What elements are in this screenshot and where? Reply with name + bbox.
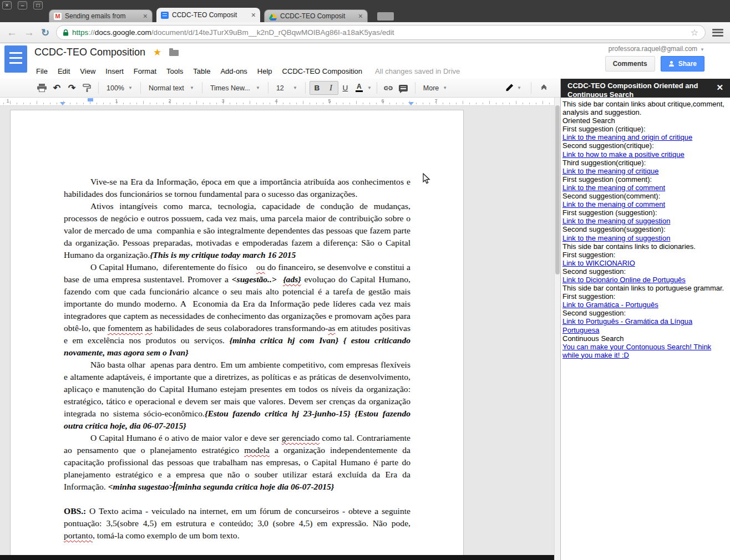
menu-insert[interactable]: Insert: [100, 65, 129, 77]
docs-icon: [161, 12, 169, 19]
document-text[interactable]: Vive-se na Era da Informação, época em q…: [11, 110, 463, 542]
chevron-down-icon: ▼: [128, 85, 133, 90]
chevron-down-icon[interactable]: ▼: [367, 85, 372, 90]
ruler-tick: [156, 103, 157, 104]
new-tab-button[interactable]: [377, 12, 394, 21]
zoom-select[interactable]: 100%▼: [103, 82, 136, 95]
text-run: fomentem: [108, 323, 143, 333]
sidebar-link[interactable]: Link to how to make a positive critique: [562, 150, 724, 159]
sidebar-text: First suggestion (suggestion):: [562, 208, 724, 217]
left-indent-marker[interactable]: [60, 102, 65, 105]
sidebar-link[interactable]: Link to the meaning and origin of critiq…: [562, 133, 724, 141]
browser-menu-icon[interactable]: [712, 29, 723, 37]
underline-button[interactable]: U: [338, 82, 352, 94]
sidebar-link[interactable]: Link to Gramática - Português: [562, 301, 724, 309]
share-button[interactable]: Share: [661, 56, 704, 72]
minimize-window-icon[interactable]: –: [18, 1, 27, 9]
chevron-down-icon: ▼: [443, 85, 447, 90]
menu-table[interactable]: Table: [188, 65, 215, 77]
paragraph: O Capital Humano, diferentemente do físi…: [64, 261, 410, 359]
tab-label: CCDC-TEO Composit: [280, 12, 356, 20]
sidebar-link[interactable]: You can make your Contonuous Search! Thi…: [562, 343, 724, 359]
browser-tab[interactable]: Sending emails from×: [49, 9, 153, 22]
tab-close-icon[interactable]: ×: [143, 12, 148, 20]
menu-edit[interactable]: Edit: [53, 65, 75, 77]
folder-icon[interactable]: [169, 50, 179, 56]
insert-comment-button[interactable]: [397, 82, 410, 95]
tab-close-icon[interactable]: ×: [251, 11, 256, 19]
back-icon[interactable]: ←: [7, 27, 17, 39]
comments-button[interactable]: Comments: [605, 56, 655, 72]
sidebar-content: This side bar contain links about critiq…: [561, 98, 730, 560]
ruler-tick: [63, 101, 64, 104]
sidebar-text: Second suggestion(critique):: [562, 141, 724, 150]
chevron-down-icon: ▼: [256, 85, 260, 90]
bold-button[interactable]: B: [310, 82, 324, 94]
collapse-toolbar-button[interactable]: [542, 85, 546, 91]
sidebar-link[interactable]: Link to Dicionário Online de Português: [562, 276, 724, 284]
forward-icon[interactable]: →: [24, 27, 34, 39]
text-color-button[interactable]: A: [352, 82, 366, 94]
paragraph-style-select[interactable]: Normal text▼: [145, 82, 198, 95]
toolbar: ↶ ↷ 100%▼ Normal text▼ Times New...▼ 12▼: [0, 79, 560, 98]
sidebar-close-icon[interactable]: ✕: [716, 83, 723, 91]
tab-close-icon[interactable]: ×: [358, 12, 363, 20]
sidebar-link[interactable]: Link to Português - Gramática da Língua …: [562, 317, 724, 334]
pen-icon: [505, 84, 514, 92]
font-select[interactable]: Times New...▼: [206, 82, 264, 95]
ruler-tick: [496, 103, 496, 104]
italic-button[interactable]: I: [324, 82, 338, 94]
sidebar-link[interactable]: Link to WIKCIONARIO: [562, 259, 724, 267]
more-button[interactable]: More▼: [419, 82, 451, 95]
ruler[interactable]: 1 1234567: [0, 98, 560, 106]
ruler-tick: [176, 103, 177, 104]
ruler-tick: [97, 103, 97, 104]
sidebar-link[interactable]: Link to the meaning of suggestion: [562, 217, 724, 225]
bookmark-star-icon[interactable]: ☆: [691, 27, 698, 38]
undo-button[interactable]: ↶: [50, 82, 64, 95]
scrollbar-thumb[interactable]: [555, 105, 560, 274]
ruler-tick: [57, 103, 57, 104]
sidebar-link[interactable]: Link to the meaning of suggestion: [562, 234, 724, 242]
text-run: habilidades de seus colaboradores transf…: [152, 323, 328, 333]
docs-logo-icon[interactable]: [4, 45, 27, 73]
ruler-tick: [310, 103, 310, 104]
document-page[interactable]: Vive-se na Era da Informação, época em q…: [10, 110, 464, 560]
browser-tab[interactable]: CCDC-TEO Composit×: [264, 9, 368, 22]
sidebar-link[interactable]: Link to the menaing of comment: [562, 200, 724, 208]
redo-icon: ↷: [68, 83, 75, 93]
font-size-select[interactable]: 12▼: [272, 82, 301, 95]
menu-format[interactable]: Format: [129, 65, 161, 77]
account-email[interactable]: professora.raquel@gmail.com▼: [609, 45, 704, 53]
menu-add-ons[interactable]: Add-ons: [215, 65, 252, 77]
url-bar[interactable]: https://docs.google.com/document/d/14teJ…: [56, 25, 706, 40]
redo-button[interactable]: ↷: [65, 82, 79, 95]
first-line-indent-marker[interactable]: [88, 98, 93, 101]
sidebar-link[interactable]: Link to the meaning of critique: [562, 167, 724, 175]
maximize-window-icon[interactable]: □: [33, 1, 43, 9]
document-title[interactable]: CCDC-TEO Composition: [34, 47, 145, 58]
color-bar: [356, 90, 363, 92]
ruler-tick: [216, 103, 217, 104]
document-canvas[interactable]: Vive-se na Era da Informação, época em q…: [0, 106, 560, 560]
starred-icon[interactable]: ★: [153, 47, 161, 58]
menu-view[interactable]: View: [75, 65, 100, 77]
paint-format-button[interactable]: [80, 82, 94, 95]
close-window-icon[interactable]: ×: [2, 1, 12, 9]
menu-tools[interactable]: Tools: [161, 65, 188, 77]
menu-help[interactable]: Help: [252, 65, 277, 77]
insert-link-button[interactable]: [382, 82, 396, 95]
ruler-tick: [356, 101, 357, 104]
sidebar-link[interactable]: Link to the meaning of comment: [562, 184, 724, 192]
ruler-number: 5: [328, 98, 331, 104]
browser-tab[interactable]: CCDC-TEO Composit×: [156, 8, 260, 22]
scrollbar-track[interactable]: [554, 98, 560, 560]
menu-file[interactable]: File: [31, 65, 53, 77]
ruler-tick: [163, 103, 164, 104]
print-button[interactable]: [35, 82, 49, 95]
chevron-down-icon: ▼: [293, 85, 297, 90]
reload-icon[interactable]: ↻: [41, 27, 49, 39]
menu-ccdc-teo-composition[interactable]: CCDC-TEO Composition: [277, 65, 367, 77]
editing-mode-button[interactable]: ▼: [505, 85, 521, 90]
ruler-tick: [77, 103, 77, 104]
